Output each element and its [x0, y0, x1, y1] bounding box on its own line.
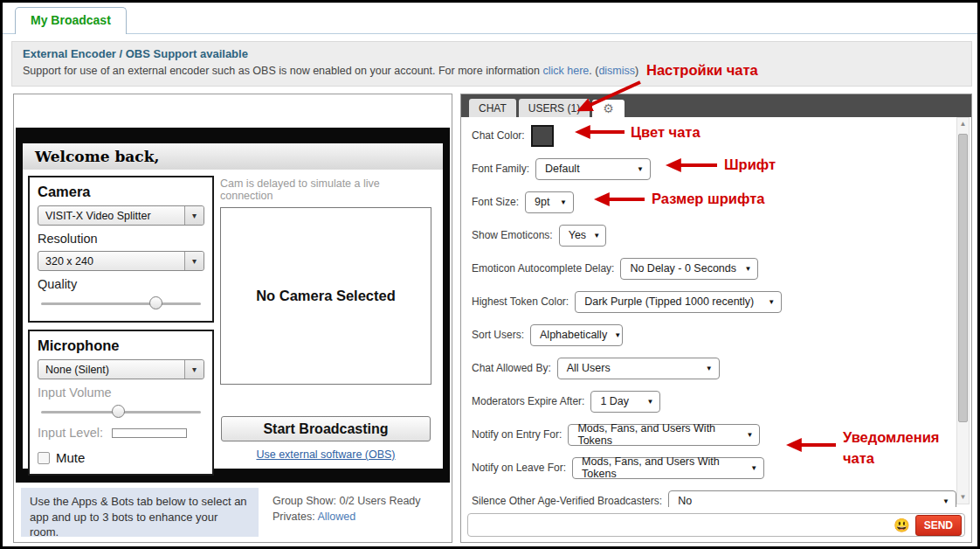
moderators-expire-select[interactable]: 1 Day▼ [590, 391, 660, 413]
annotation-font-size: Размер шрифта [652, 191, 764, 207]
camera-title: Camera [38, 184, 204, 200]
annotation-font: Шрифт [724, 156, 776, 173]
group-show-label: Group Show: [273, 495, 339, 507]
gear-icon: ⚙ [603, 101, 614, 115]
chat-panel: CHAT USERS (1) ⚙ Chat Color: Font Family… [460, 94, 972, 543]
setting-row-silence-broadcasters: Silence Other Age-Verified Broadcasters:… [472, 490, 956, 507]
app-window: My Broadcast External Encoder / OBS Supp… [0, 0, 980, 549]
dropdown-arrow-icon: ▾ [184, 252, 204, 270]
camera-group: Camera VISIT-X Video Splitter ▾ Resoluti… [28, 176, 214, 323]
annotation-chat-notifications: Уведомления чата [843, 427, 939, 469]
camera-select[interactable]: VISIT-X Video Splitter ▾ [38, 205, 204, 226]
privates-label: Privates: [273, 511, 317, 523]
input-volume-slider[interactable] [41, 405, 201, 419]
setting-row-show-emoticons: Show Emoticons: Yes▼ [472, 224, 956, 247]
setting-row-chat-allowed-by: Chat Allowed By: All Users▼ [472, 357, 956, 379]
banner-title: External Encoder / OBS Support available [23, 47, 961, 60]
emoticon-delay-select[interactable]: No Delay - 0 Seconds▼ [620, 258, 758, 280]
chat-tab-bar: CHAT USERS (1) ⚙ [461, 94, 971, 117]
caret-down-icon: ▼ [614, 331, 621, 339]
top-tab-bar: My Broadcast [3, 3, 977, 34]
obs-support-banner: External Encoder / OBS Support available… [11, 41, 972, 87]
camera-preview: No Camera Selected [220, 207, 431, 385]
dropdown-arrow-icon: ▾ [184, 360, 204, 379]
sort-users-select[interactable]: Alphabetically▼ [530, 324, 623, 346]
chat-message-input[interactable] [475, 516, 894, 535]
setting-row-sort-users: Sort Users: Alphabetically▼ [472, 323, 956, 346]
annotation-chat-settings: Настройки чата [646, 62, 758, 79]
cam-delay-note: Cam is delayed to simulate a live connec… [220, 177, 431, 202]
chat-input-row: 😃 SEND [467, 513, 965, 537]
show-emoticons-select[interactable]: Yes▼ [559, 225, 606, 247]
click-here-link[interactable]: click here [542, 65, 589, 77]
tab-chat-settings[interactable]: ⚙ [592, 100, 625, 117]
resolution-select[interactable]: 320 x 240 ▾ [38, 251, 204, 271]
welcome-banner: Welcome back, [23, 143, 443, 170]
caret-down-icon: ▼ [560, 198, 567, 206]
resolution-label: Resolution [38, 232, 204, 246]
use-external-software-link[interactable]: Use external software (OBS) [256, 448, 395, 461]
broadcast-panel: Welcome back, Camera VISIT-X Video Split… [13, 94, 452, 543]
scroll-up-icon[interactable]: ▲ [957, 118, 969, 130]
input-level-label: Input Level: [38, 426, 103, 440]
notify-leave-select[interactable]: Mods, Fans, and Users With Tokens▼ [572, 457, 764, 479]
mute-checkbox[interactable] [38, 452, 50, 464]
setting-row-moderators-expire: Moderators Expire After: 1 Day▼ [472, 390, 956, 413]
chat-allowed-by-select[interactable]: All Users▼ [557, 358, 720, 379]
caret-down-icon: ▼ [746, 431, 753, 439]
setting-row-highest-token-color: Highest Token Color: Dark Purple (Tipped… [472, 290, 956, 313]
setting-row-emoticon-delay: Emoticon Autocomplete Delay: No Delay - … [472, 257, 956, 280]
privates-allowed-link[interactable]: Allowed [317, 511, 355, 523]
caret-down-icon: ▼ [637, 165, 644, 173]
mute-label: Mute [56, 450, 85, 465]
start-broadcasting-button[interactable]: Start Broadcasting [221, 416, 431, 441]
input-volume-slider-thumb[interactable] [112, 405, 125, 418]
broadcast-frame: Welcome back, Camera VISIT-X Video Split… [16, 128, 450, 483]
chat-color-swatch[interactable] [531, 125, 554, 147]
caret-down-icon: ▼ [768, 298, 775, 306]
font-size-select[interactable]: 9pt▼ [525, 191, 574, 213]
show-status-block: Group Show: 0/2 Users Ready Privates: Al… [273, 488, 421, 537]
input-level-meter [112, 428, 187, 438]
notify-entry-select[interactable]: Mods, Fans, and Users With Tokens▼ [568, 424, 760, 446]
caret-down-icon: ▼ [646, 398, 653, 406]
dropdown-arrow-icon: ▾ [184, 206, 204, 225]
microphone-select[interactable]: None (Silent) ▾ [38, 359, 204, 379]
scrollbar-thumb[interactable] [958, 134, 968, 422]
quality-label: Quality [38, 277, 204, 291]
group-show-value: 0/2 Users Ready [339, 495, 420, 507]
dismiss-link[interactable]: dismiss [598, 65, 635, 77]
microphone-title: Microphone [38, 337, 204, 354]
caret-down-icon: ▼ [942, 497, 949, 505]
caret-down-icon: ▼ [750, 464, 757, 472]
caret-down-icon: ▼ [745, 265, 752, 273]
emoticon-icon[interactable]: 😃 [894, 518, 910, 533]
font-family-select[interactable]: Default▼ [535, 158, 651, 180]
tab-chat[interactable]: CHAT [469, 99, 516, 117]
tab-my-broadcast[interactable]: My Broadcast [15, 7, 127, 34]
input-volume-label: Input Volume [38, 386, 204, 400]
send-button[interactable]: SEND [915, 515, 962, 536]
highest-token-color-select[interactable]: Dark Purple (Tipped 1000 recently)▼ [575, 291, 782, 313]
settings-scrollbar[interactable]: ▲ ▼ [956, 117, 970, 504]
quality-slider-thumb[interactable] [149, 296, 162, 309]
tab-users[interactable]: USERS (1) [519, 99, 590, 117]
annotation-chat-color: Цвет чата [631, 124, 700, 141]
silence-broadcasters-select[interactable]: No▼ [668, 490, 956, 508]
microphone-group: Microphone None (Silent) ▾ Input Volume … [28, 330, 214, 476]
setting-row-chat-color: Chat Color: [472, 124, 956, 147]
apps-bots-note: Use the Apps & Bots tab below to select … [21, 488, 259, 537]
setting-row-font-family: Font Family: Default▼ [472, 157, 956, 180]
caret-down-icon: ▼ [706, 365, 713, 372]
quality-slider[interactable] [41, 296, 201, 310]
caret-down-icon: ▼ [593, 232, 600, 240]
banner-body: Support for use of an external encoder s… [23, 65, 961, 77]
scroll-down-icon[interactable]: ▼ [957, 491, 969, 504]
